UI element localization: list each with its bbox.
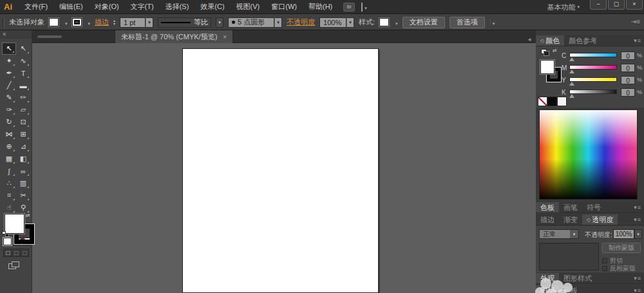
brush-dropdown-icon[interactable]: [274, 17, 282, 28]
style-swatch[interactable]: [379, 18, 389, 26]
tool-panel-collapse-icon[interactable]: [0, 30, 32, 39]
menu-item-help[interactable]: 帮助(H): [303, 2, 338, 12]
tool-mesh[interactable]: ▦: [2, 153, 16, 165]
menu-item-view[interactable]: 视图(V): [231, 2, 266, 12]
tool-scale[interactable]: ⊡: [16, 116, 30, 128]
fill-color-swatch[interactable]: [49, 18, 59, 26]
tool-direct-selection[interactable]: ↖: [16, 43, 30, 55]
opacity-dropdown-icon[interactable]: [346, 17, 354, 28]
tab-transparency[interactable]: 透明度: [582, 214, 618, 225]
options-bar-grip[interactable]: [3, 18, 5, 27]
tool-perspective-grid[interactable]: ⊿: [16, 140, 30, 153]
draw-behind-button[interactable]: [12, 249, 21, 256]
tool-blob-brush[interactable]: ✑: [2, 104, 16, 116]
document-tab[interactable]: 未标题-1 @ 70% (CMYK/预览) ×: [115, 30, 233, 43]
tool-eraser[interactable]: ▱: [16, 104, 30, 116]
yellow-slider-track[interactable]: [569, 77, 617, 82]
cyan-slider-thumb[interactable]: [569, 57, 574, 61]
preferences-button[interactable]: 首选项: [450, 17, 485, 28]
cyan-value-field[interactable]: 0: [621, 52, 635, 60]
color-button[interactable]: [3, 238, 12, 245]
appearance-panel-menu-icon[interactable]: [634, 273, 644, 283]
tool-width[interactable]: ⋈: [2, 128, 16, 140]
panel-fill-swatch[interactable]: [540, 60, 554, 74]
tool-blend[interactable]: ∞: [16, 165, 30, 177]
tool-free-transform[interactable]: ⊞: [16, 128, 30, 140]
tool-type[interactable]: T: [16, 67, 30, 79]
opacity-panel-link[interactable]: 不透明度: [287, 17, 315, 27]
tool-rotate[interactable]: ↻: [2, 116, 16, 128]
swap-colors-icon[interactable]: ⇄: [553, 48, 557, 53]
tool-hand[interactable]: ☝: [2, 202, 16, 214]
color-spectrum[interactable]: [539, 109, 638, 200]
stroke-weight-stepper[interactable]: [113, 19, 115, 26]
stroke-profile-select[interactable]: 等比: [158, 17, 211, 28]
canvas-area[interactable]: 未标题-1 @ 70% (CMYK/预览) × ◄: [32, 30, 536, 293]
transparency-opacity-dropdown-icon[interactable]: [634, 229, 642, 239]
default-fill-stroke-icon[interactable]: [2, 231, 9, 237]
stroke-color-dropdown-icon[interactable]: [86, 19, 91, 26]
tool-selection[interactable]: ↖: [2, 43, 16, 55]
draw-normal-button[interactable]: [4, 249, 12, 256]
none-swatch[interactable]: [538, 97, 547, 106]
swatches-panel-menu-icon[interactable]: [634, 202, 644, 213]
cyan-slider-track[interactable]: [569, 53, 617, 57]
restore-button[interactable]: ▢: [608, 0, 625, 10]
transparency-opacity-value[interactable]: 100%: [613, 229, 634, 239]
menu-item-file[interactable]: 文件(F): [19, 2, 53, 12]
color-proxy-mini-icon[interactable]: ⇄: [541, 49, 558, 55]
black-slider-track[interactable]: [569, 90, 617, 94]
collapse-panels-icon[interactable]: ⇥≡: [631, 18, 640, 25]
menu-item-effect[interactable]: 效果(C): [194, 2, 230, 12]
tool-shape-builder[interactable]: ⊕: [2, 140, 16, 153]
bridge-icon[interactable]: Br: [343, 3, 355, 12]
transparency-panel-menu-icon[interactable]: [634, 214, 644, 225]
options-overflow-icon[interactable]: [489, 19, 495, 26]
document-close-icon[interactable]: ×: [223, 33, 227, 41]
black-value-field[interactable]: 0: [621, 88, 635, 97]
stroke-panel-link[interactable]: 描边: [95, 17, 109, 27]
close-button[interactable]: ×: [626, 0, 643, 10]
swap-fill-stroke-icon[interactable]: ⇄: [26, 213, 30, 218]
workspace-switcher[interactable]: 基本功能: [547, 0, 580, 14]
menu-item-edit[interactable]: 编辑(E): [53, 2, 89, 12]
color-panel-menu-icon[interactable]: [634, 35, 644, 46]
invert-mask-checkbox[interactable]: 反相蒙版: [602, 264, 636, 273]
style-dropdown-icon[interactable]: [393, 19, 398, 26]
stroke-weight-dropdown-icon[interactable]: [146, 17, 153, 28]
layers-panel-menu-icon[interactable]: [634, 285, 644, 293]
magenta-slider-thumb[interactable]: [569, 70, 574, 73]
tool-pen[interactable]: ✒: [2, 67, 16, 79]
tab-brushes[interactable]: 画笔: [559, 202, 582, 213]
white-swatch[interactable]: [557, 97, 567, 106]
draw-inside-button[interactable]: [21, 249, 28, 256]
black-swatch[interactable]: [547, 97, 557, 106]
tool-pencil[interactable]: ✏: [16, 91, 30, 104]
document-setup-button[interactable]: 文档设置: [402, 17, 445, 28]
opacity-select[interactable]: 100%: [319, 17, 354, 28]
tool-column-graph[interactable]: ▥: [16, 177, 30, 189]
arrange-documents-icon[interactable]: [361, 3, 367, 11]
tab-stroke[interactable]: 描边: [536, 214, 559, 225]
blend-mode-select[interactable]: 正常: [539, 229, 579, 239]
tab-symbols[interactable]: 符号: [582, 202, 605, 213]
blend-mode-dropdown-icon[interactable]: [570, 230, 578, 238]
tab-gradient[interactable]: 渐变: [559, 214, 582, 225]
yellow-slider-thumb[interactable]: [569, 82, 574, 86]
tool-artboard[interactable]: ⌗: [2, 189, 16, 202]
tab-graphic-styles[interactable]: 图形样式: [559, 273, 596, 283]
dock-collapse-icon[interactable]: ◄: [527, 37, 532, 43]
tab-color-guide[interactable]: 颜色参考: [564, 35, 601, 46]
magenta-value-field[interactable]: 0: [621, 64, 635, 72]
tool-slice[interactable]: ✂: [16, 189, 30, 202]
fill-color-dropdown-icon[interactable]: [63, 19, 68, 26]
tool-magic-wand[interactable]: ✦: [2, 55, 16, 67]
artboard[interactable]: [182, 48, 379, 293]
tab-swatches[interactable]: 色板: [536, 202, 559, 213]
tool-symbol-sprayer[interactable]: ∴: [2, 177, 16, 189]
stroke-profile-dropdown-icon[interactable]: [216, 17, 223, 28]
menu-item-object[interactable]: 对象(O): [89, 2, 125, 12]
tool-eyedropper[interactable]: ʃ: [2, 165, 16, 177]
make-mask-button[interactable]: 制作蒙版: [602, 243, 641, 253]
tool-rectangle[interactable]: ▬: [16, 79, 30, 91]
